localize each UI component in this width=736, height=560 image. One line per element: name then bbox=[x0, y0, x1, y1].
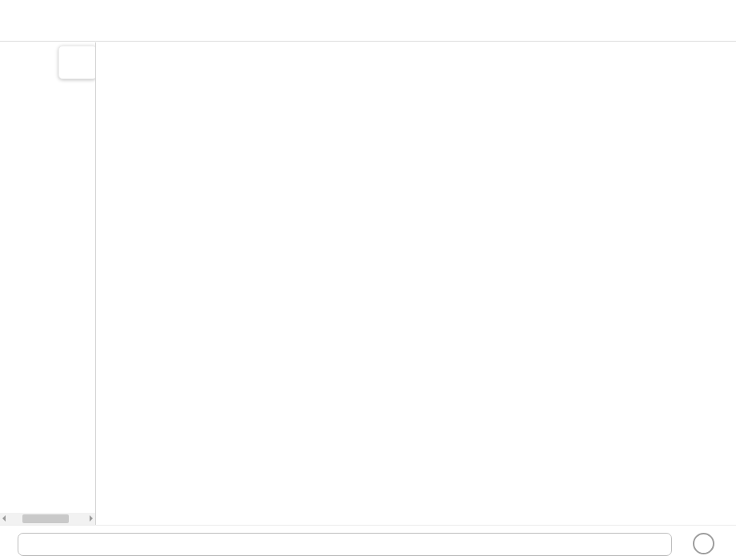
command-input[interactable] bbox=[18, 533, 672, 556]
algebra-hscrollbar[interactable] bbox=[0, 513, 95, 525]
input-bar bbox=[0, 525, 736, 560]
algebra-style-button[interactable] bbox=[58, 46, 96, 79]
toolbar bbox=[0, 0, 736, 42]
scroll-right-arrow-icon[interactable] bbox=[90, 515, 93, 522]
plot-canvas[interactable] bbox=[96, 42, 736, 525]
geogebra-app bbox=[0, 0, 736, 560]
graphics-view[interactable] bbox=[96, 42, 736, 525]
scroll-left-arrow-icon[interactable] bbox=[2, 515, 6, 522]
help-button[interactable] bbox=[693, 533, 714, 554]
algebra-panel bbox=[0, 42, 96, 525]
scrollbar-thumb[interactable] bbox=[22, 514, 69, 523]
